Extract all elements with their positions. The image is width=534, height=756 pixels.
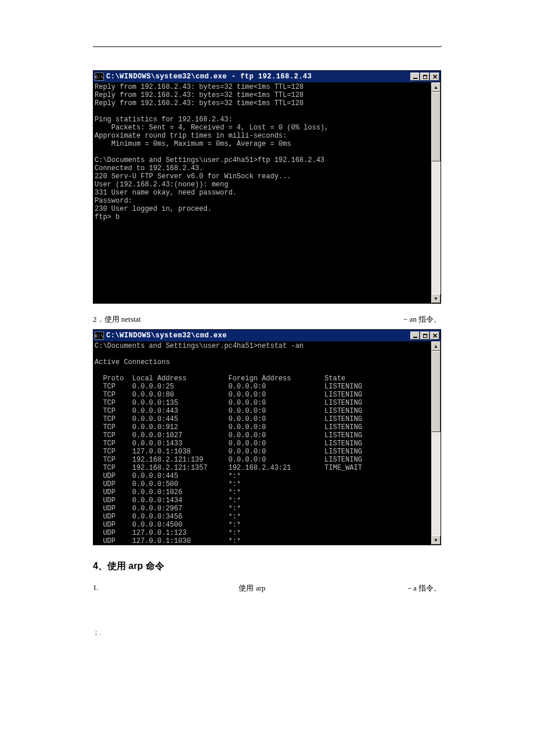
console-body: Reply from 192.168.2.43: bytes=32 time<1…: [93, 82, 441, 303]
window-controls: ✕: [410, 332, 439, 340]
footer-mark: ；.: [93, 628, 441, 637]
step4-1-text: 1. 使用 arp －a 指令。: [93, 583, 441, 593]
maximize-button[interactable]: [420, 332, 430, 340]
page-header-rule: .: [93, 46, 441, 47]
step2-right: －an 指令。: [402, 314, 441, 325]
minimize-button[interactable]: [410, 73, 420, 81]
section-4-heading: 4、使用 arp 命令: [93, 560, 441, 573]
minimize-button[interactable]: [410, 332, 420, 340]
cmd-icon: C:\: [95, 332, 104, 340]
step4-1-left: 1.: [93, 583, 99, 593]
close-button[interactable]: ✕: [430, 332, 439, 340]
window-title: C:\WINDOWS\system32\cmd.exe: [106, 332, 410, 340]
cmd-window-ftp: C:\ C:\WINDOWS\system32\cmd.exe - ftp 19…: [93, 70, 441, 304]
scroll-down-button[interactable]: ▼: [431, 294, 441, 303]
maximize-button[interactable]: [420, 73, 430, 81]
titlebar: C:\ C:\WINDOWS\system32\cmd.exe - ftp 19…: [93, 71, 441, 82]
scroll-down-button[interactable]: ▼: [431, 535, 441, 545]
scroll-track[interactable]: [431, 92, 441, 294]
console-output[interactable]: Reply from 192.168.2.43: bytes=32 time<1…: [93, 82, 431, 303]
close-button[interactable]: ✕: [430, 73, 439, 81]
titlebar: C:\ C:\WINDOWS\system32\cmd.exe ✕: [93, 330, 441, 341]
scroll-up-button[interactable]: ▲: [431, 341, 441, 351]
window-title: C:\WINDOWS\system32\cmd.exe - ftp 192.16…: [106, 73, 410, 81]
scroll-up-button[interactable]: ▲: [431, 82, 441, 92]
cmd-window-netstat: C:\ C:\WINDOWS\system32\cmd.exe ✕ C:\Doc…: [93, 329, 441, 545]
page-header-dot: .: [441, 41, 442, 48]
scroll-thumb[interactable]: [431, 351, 441, 432]
step4-1-mid: 使用 arp: [239, 583, 265, 593]
console-body: C:\Documents and Settings\user.pc4ha51>n…: [93, 341, 441, 545]
scrollbar[interactable]: ▲ ▼: [431, 82, 441, 303]
step4-1-right: －a 指令。: [406, 583, 441, 593]
cmd-icon: C:\: [95, 73, 104, 81]
console-output[interactable]: C:\Documents and Settings\user.pc4ha51>n…: [93, 341, 431, 545]
window-controls: ✕: [410, 73, 439, 81]
scroll-thumb[interactable]: [431, 92, 441, 161]
step2-left: 2．使用 netstat: [93, 314, 141, 325]
scroll-track[interactable]: [431, 351, 441, 535]
scrollbar[interactable]: ▲ ▼: [431, 341, 441, 545]
step2-text: 2．使用 netstat －an 指令。: [93, 314, 441, 325]
